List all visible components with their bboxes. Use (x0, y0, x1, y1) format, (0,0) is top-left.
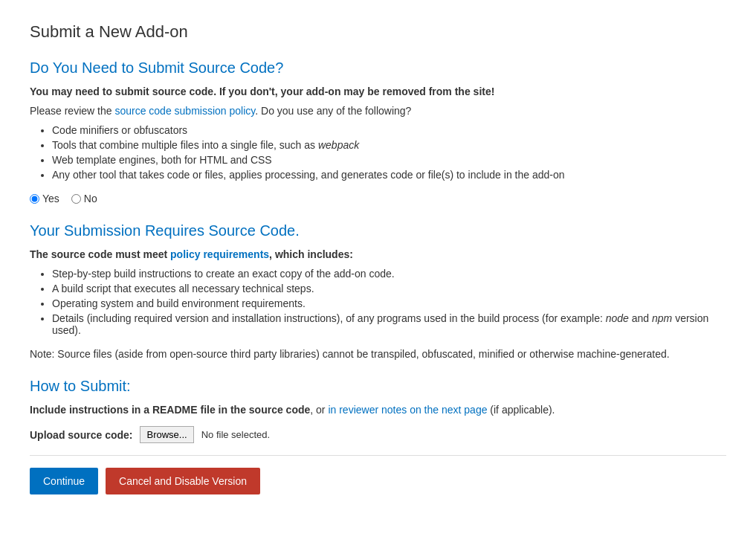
source-code-policy-link[interactable]: source code submission policy (114, 105, 255, 117)
continue-button[interactable]: Continue (30, 468, 98, 494)
radio-no-label: No (84, 193, 97, 204)
requirements-list: Step-by-step build instructions to creat… (52, 268, 726, 336)
divider (30, 455, 726, 456)
section2-heading: Your Submission Requires Source Code. (30, 222, 726, 239)
upload-row: Upload source code: Browse... No file se… (30, 426, 726, 443)
upload-label: Upload source code: (30, 429, 132, 441)
policy-after: , which includes: (269, 248, 353, 260)
policy-requirements-link[interactable]: policy requirements (170, 248, 269, 260)
feature-list: Code minifiers or obfuscators Tools that… (52, 124, 726, 181)
action-row: Continue Cancel and Disable Version (30, 468, 726, 494)
list-item: Step-by-step build instructions to creat… (52, 268, 726, 280)
list-item: A build script that executes all necessa… (52, 283, 726, 294)
no-file-text: No file selected. (201, 429, 271, 440)
radio-no-input[interactable] (71, 194, 81, 204)
page-title: Submit a New Add-on (30, 22, 726, 42)
list-item: Web template engines, both for HTML and … (52, 154, 726, 166)
radio-no-option[interactable]: No (71, 193, 97, 204)
section3-heading: How to Submit: (30, 378, 726, 395)
cancel-disable-button[interactable]: Cancel and Disable Version (106, 468, 260, 494)
how-to-instructions: Include instructions in a README file in… (30, 404, 726, 416)
list-item: Code minifiers or obfuscators (52, 124, 726, 136)
browse-button[interactable]: Browse... (140, 426, 193, 443)
reviewer-notes-link[interactable]: in reviewer notes on the next page (328, 404, 487, 416)
intro-after-link: . Do you use any of the following? (255, 105, 411, 117)
list-item: Any other tool that takes code or files,… (52, 169, 726, 181)
instructions-comma: , or (310, 404, 328, 416)
policy-before: The source code must meet (30, 248, 170, 260)
list-item: Tools that combine multiple files into a… (52, 139, 726, 151)
intro-before-link: Please review the (30, 105, 114, 117)
instructions-before: Include instructions in a README file in… (30, 404, 310, 416)
radio-yes-option[interactable]: Yes (30, 193, 59, 204)
radio-yes-input[interactable] (30, 194, 39, 204)
note-text: Note: Source files (aside from open-sour… (30, 348, 726, 360)
radio-yes-label: Yes (42, 193, 59, 204)
source-code-radio-group: Yes No (30, 193, 726, 204)
warning-text: You may need to submit source code. If y… (30, 86, 726, 97)
list-item: Operating system and build environment r… (52, 297, 726, 309)
section1-heading: Do You Need to Submit Source Code? (30, 59, 726, 77)
list-item: Details (including required version and … (52, 312, 726, 336)
intro-text: Please review the source code submission… (30, 105, 726, 117)
instructions-if: (if applicable). (487, 404, 555, 416)
policy-req-text: The source code must meet policy require… (30, 248, 726, 260)
